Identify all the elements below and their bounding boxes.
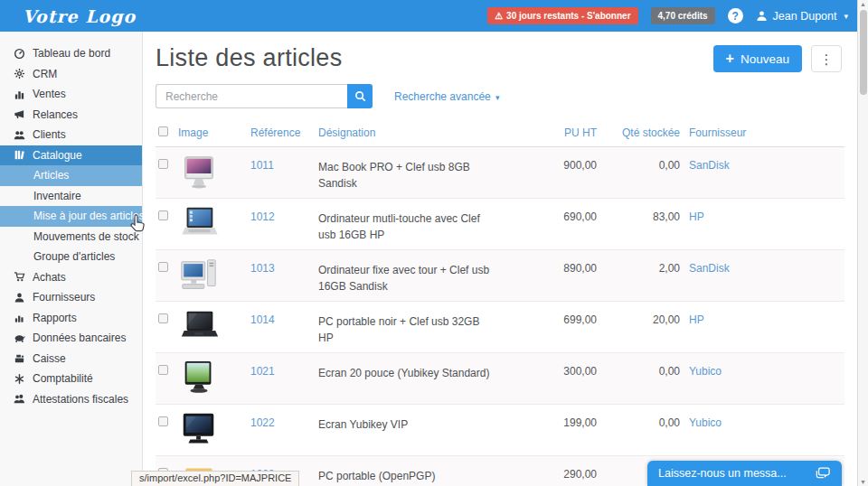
article-supplier-link[interactable]: Yubico bbox=[680, 405, 844, 456]
main-content: Liste des articles +Nouveau ⋮ Recherche … bbox=[143, 32, 857, 486]
article-supplier-link[interactable]: Yubico bbox=[680, 353, 844, 405]
product-image-dark-monitor bbox=[178, 410, 220, 452]
column-header-supplier[interactable]: Fournisseur bbox=[680, 123, 844, 147]
row-checkbox[interactable] bbox=[158, 313, 168, 323]
article-price: 900,00 bbox=[515, 147, 597, 199]
article-reference[interactable]: 1021 bbox=[250, 353, 318, 405]
sidebar-item-relances[interactable]: Relances bbox=[0, 105, 142, 126]
article-reference[interactable]: 1022 bbox=[250, 405, 318, 456]
scroll-down-arrow-icon[interactable]: ▼ bbox=[858, 479, 868, 485]
sidebar-item-label: Attestations fiscales bbox=[33, 393, 128, 406]
row-checkbox[interactable] bbox=[158, 210, 168, 220]
sidebar-item-inventaire[interactable]: Inventaire bbox=[0, 186, 142, 207]
sidebar-item-label: Fournisseurs bbox=[33, 291, 95, 304]
product-image-black-laptop bbox=[178, 307, 220, 349]
user-name: Jean Dupont bbox=[773, 10, 837, 23]
table-row: 1013 Ordinateur fixe avec tour + Clef us… bbox=[156, 250, 844, 302]
search-bar: Recherche avancée ▾ bbox=[156, 84, 844, 108]
sidebar-item-mouvements-de-stock[interactable]: Mouvements de stock bbox=[0, 227, 142, 248]
article-reference[interactable]: 1014 bbox=[250, 302, 318, 353]
bar-chart-icon bbox=[12, 312, 26, 323]
sidebar-item-label: Achats bbox=[33, 271, 66, 284]
articles-table: Image Référence Désignation PU HT Qté st… bbox=[156, 123, 844, 486]
more-options-button[interactable]: ⋮ bbox=[811, 45, 842, 72]
sidebar-item-attestations-fiscales[interactable]: Attestations fiscales bbox=[0, 389, 142, 410]
trial-badge[interactable]: ⚠30 jours restants - S'abonner bbox=[487, 7, 637, 24]
chevron-down-icon: ▾ bbox=[844, 12, 848, 21]
vertical-scrollbar[interactable]: ▲ ▼ bbox=[857, 0, 868, 486]
sidebar-item-caisse[interactable]: Caisse bbox=[0, 349, 142, 369]
chat-bubbles-icon bbox=[815, 466, 831, 481]
column-header-reference[interactable]: Référence bbox=[250, 123, 318, 147]
select-all-checkbox[interactable] bbox=[158, 126, 168, 136]
sidebar-nav: Tableau de bord CRM Ventes Relances Clie… bbox=[0, 32, 143, 486]
article-designation: PC portable noir + Clef usb 32GB HP bbox=[318, 302, 515, 353]
column-header-designation[interactable]: Désignation bbox=[318, 123, 515, 147]
search-button[interactable] bbox=[347, 84, 373, 108]
article-reference[interactable]: 1013 bbox=[250, 250, 318, 302]
column-header-pu-ht[interactable]: PU HT bbox=[515, 123, 597, 147]
status-link-preview: s/import/excel.php?ID=MAJPRICE bbox=[131, 471, 299, 486]
article-reference[interactable]: 1011 bbox=[250, 147, 318, 199]
article-designation: Ordinateur fixe avec tour + Clef usb 16G… bbox=[318, 250, 515, 302]
sidebar-item-mise-a-jour-des-articles[interactable]: Mise à jour des articles bbox=[0, 206, 142, 227]
sidebar-item-tableau-de-bord[interactable]: Tableau de bord bbox=[0, 43, 142, 64]
sidebar-item-clients[interactable]: Clients bbox=[0, 125, 142, 145]
sidebar-item-fournisseurs[interactable]: Fournisseurs bbox=[0, 287, 142, 308]
user-menu[interactable]: Jean Dupont ▾ bbox=[756, 10, 848, 23]
person-icon bbox=[12, 292, 26, 304]
cart-icon bbox=[12, 271, 26, 283]
sidebar-item-label: CRM bbox=[33, 68, 57, 80]
sidebar-item-catalogue[interactable]: Catalogue bbox=[0, 145, 142, 166]
article-reference[interactable]: 1012 bbox=[250, 199, 318, 250]
article-stock-qty: 0,00 bbox=[597, 405, 680, 456]
row-checkbox[interactable] bbox=[158, 262, 168, 272]
top-header: Votre Logo ⚠30 jours restants - S'abonne… bbox=[0, 0, 868, 32]
sidebar-item-ventes[interactable]: Ventes bbox=[0, 84, 142, 105]
row-checkbox[interactable] bbox=[158, 416, 168, 426]
search-input[interactable] bbox=[156, 84, 347, 108]
article-designation: Ecran 20 pouce (Yubikey Standard) bbox=[318, 353, 515, 405]
credits-badge[interactable]: 4,70 crédits bbox=[651, 7, 715, 24]
article-price: 290,00 bbox=[515, 456, 597, 486]
article-supplier-link[interactable]: SanDisk bbox=[680, 250, 844, 302]
sidebar-item-achats[interactable]: Achats bbox=[0, 267, 142, 288]
table-row: 1011 Mac Book PRO + Clef usb 8GB Sandisk… bbox=[156, 147, 844, 199]
article-designation: Mac Book PRO + Clef usb 8GB Sandisk bbox=[318, 147, 515, 199]
article-supplier-link[interactable]: HP bbox=[680, 199, 844, 250]
row-checkbox[interactable] bbox=[158, 365, 168, 375]
chat-widget[interactable]: Laissez-nous un messa... bbox=[647, 461, 842, 486]
article-designation: Ordinateur mutli-touche avec Clef usb 16… bbox=[318, 199, 515, 250]
app-logo[interactable]: Votre Logo bbox=[23, 6, 136, 26]
sidebar-item-donnees-bancaires[interactable]: Données bancaires bbox=[0, 328, 142, 349]
sales-chart-icon bbox=[12, 89, 26, 100]
new-article-button[interactable]: +Nouveau bbox=[713, 45, 802, 72]
article-price: 690,00 bbox=[515, 199, 597, 250]
sidebar-item-label: Rapports bbox=[33, 312, 77, 324]
article-price: 300,00 bbox=[515, 353, 597, 405]
product-image-imac bbox=[178, 153, 220, 194]
article-supplier-link[interactable]: HP bbox=[680, 302, 844, 353]
article-designation: PC portable (OpenPGP) bbox=[318, 456, 515, 486]
books-icon bbox=[12, 149, 26, 161]
scroll-up-arrow-icon[interactable]: ▲ bbox=[858, 1, 868, 7]
article-stock-qty: 0,00 bbox=[597, 147, 680, 199]
sidebar-item-label: Articles bbox=[33, 169, 69, 182]
sidebar-item-label: Données bancaires bbox=[33, 332, 126, 344]
header-right-group: ⚠30 jours restants - S'abonner 4,70 créd… bbox=[487, 7, 848, 24]
article-price: 699,00 bbox=[515, 302, 597, 353]
plus-icon: + bbox=[726, 51, 734, 66]
sidebar-item-articles[interactable]: Articles bbox=[0, 165, 142, 186]
article-supplier-link[interactable]: SanDisk bbox=[680, 147, 844, 199]
column-header-qty[interactable]: Qté stockée bbox=[597, 123, 680, 147]
advanced-search-link[interactable]: Recherche avancée ▾ bbox=[394, 90, 500, 103]
sidebar-item-rapports[interactable]: Rapports bbox=[0, 308, 142, 329]
sidebar-item-comptabilite[interactable]: Comptabilité bbox=[0, 369, 142, 389]
scrollbar-thumb[interactable] bbox=[860, 10, 867, 95]
column-header-image[interactable]: Image bbox=[178, 123, 250, 147]
sidebar-item-crm[interactable]: CRM bbox=[0, 64, 142, 85]
row-checkbox[interactable] bbox=[158, 159, 168, 169]
help-icon[interactable]: ? bbox=[728, 8, 743, 23]
megaphone-icon bbox=[12, 108, 26, 120]
sidebar-item-groupe-darticles[interactable]: Groupe d'articles bbox=[0, 247, 142, 267]
